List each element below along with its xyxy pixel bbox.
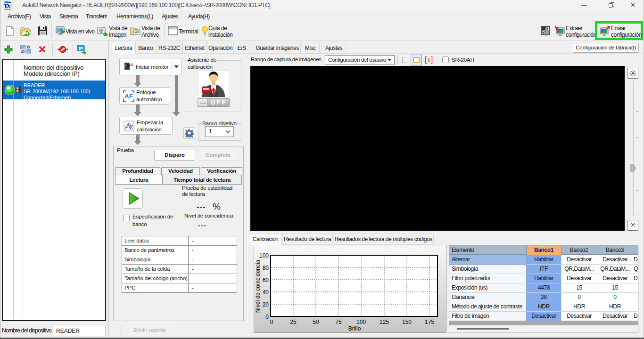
svg-text:125: 125 [380, 319, 389, 325]
svg-text:0: 0 [265, 314, 269, 320]
svg-text:AF: AF [124, 93, 132, 100]
svg-text:25: 25 [290, 319, 297, 325]
svg-text:Brillo: Brillo [348, 325, 361, 332]
svg-text:100: 100 [356, 319, 366, 325]
svg-text:175: 175 [425, 319, 434, 325]
svg-text:0: 0 [270, 319, 273, 325]
svg-text:80: 80 [263, 265, 269, 271]
svg-text:60: 60 [263, 277, 269, 283]
svg-text:Net: Net [4, 1, 8, 5]
svg-text:1: 1 [427, 57, 430, 63]
svg-text:20: 20 [263, 301, 269, 308]
svg-text:40: 40 [263, 289, 269, 296]
svg-text:50: 50 [313, 319, 319, 325]
svg-text:100: 100 [259, 252, 269, 259]
svg-text:Nivel de coincidencia: Nivel de coincidencia [255, 259, 261, 313]
svg-text:150: 150 [402, 319, 412, 325]
svg-text:75: 75 [335, 319, 342, 325]
svg-text:IP: IP [79, 46, 83, 51]
